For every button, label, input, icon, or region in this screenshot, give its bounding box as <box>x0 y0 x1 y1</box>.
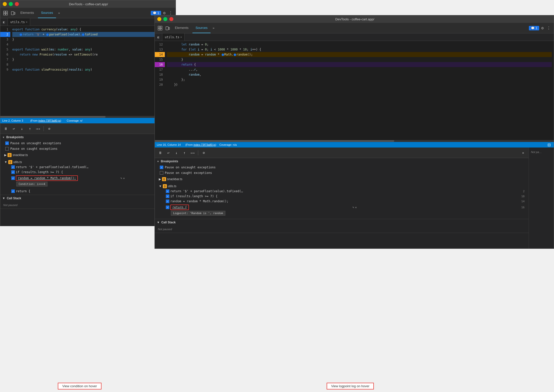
pause-caught-checkbox[interactable] <box>5 147 9 151</box>
logpoint-tooltip: Logpoint: 'Random is ', random <box>171 211 225 216</box>
right-horizontal-scrollbar[interactable] <box>155 140 554 142</box>
pause-uncaught-checkbox[interactable] <box>5 141 9 145</box>
utils-filename: utils.ts <box>13 160 22 164</box>
bp-3-condition-box: random = random * Math.random(); Conditi… <box>16 175 78 181</box>
right-inspect-icon[interactable] <box>157 25 163 31</box>
inspect-icon[interactable] <box>2 10 9 16</box>
right-close-button[interactable] <box>169 17 173 21</box>
bp-3-checkbox[interactable] <box>11 176 15 180</box>
bp-2-checkbox[interactable] <box>11 170 15 174</box>
bp-1-checkbox[interactable] <box>11 165 15 169</box>
right-bp-3-checkbox[interactable] <box>166 200 169 203</box>
bp-item-2: if (results.length >= 7) { 10 <box>4 170 174 175</box>
sidebar-toggle-icon[interactable]: ◧ <box>0 18 8 26</box>
left-code-editor: 1 2 3 4 5 6 7 8 9 export function curren… <box>0 26 176 118</box>
close-tab-icon[interactable]: ✕ <box>26 20 28 24</box>
right-settings-icon[interactable]: ⚙ <box>540 25 545 31</box>
call-stack-section: ▼ Call Stack Not paused <box>0 195 176 209</box>
step-over-button[interactable]: ↩ <box>10 125 17 132</box>
more-tabs-icon[interactable]: » <box>57 11 61 15</box>
right-pause-resume-button[interactable]: ⏸ <box>157 149 164 156</box>
right-device-icon[interactable] <box>164 25 171 31</box>
step-continue-button[interactable]: →→ <box>34 125 41 132</box>
right-call-stack-header[interactable]: ▼ Call Stack <box>155 219 529 226</box>
right-left-column: ⏸ ↩ ↓ ↑ →→ ⊘ » ▼ Breakpoints <box>155 148 529 249</box>
right-minimize-button[interactable] <box>157 17 161 21</box>
svg-rect-7 <box>158 28 160 30</box>
edit-bp-icon[interactable]: ✎ <box>120 177 122 180</box>
right-source-map-link[interactable]: index-73f73a80.js <box>193 143 215 146</box>
bp-4-checkbox[interactable] <box>11 189 15 193</box>
call-stack-header[interactable]: ▼ Call Stack <box>0 195 176 202</box>
right-pause-uncaught-checkbox[interactable] <box>160 166 163 169</box>
pause-resume-button[interactable]: ⏸ <box>2 125 9 132</box>
right-sidebar-panel[interactable]: ▼ Breakpoints Pause on uncaught exceptio… <box>155 158 529 249</box>
right-bp-2-checkbox[interactable] <box>166 194 169 198</box>
right-utils-group-header[interactable]: ▼ {} utils.ts <box>159 184 527 189</box>
breakpoints-label: Breakpoints <box>6 135 24 139</box>
right-pause-caught-item: Pause on caught exceptions <box>155 170 529 176</box>
right-tab-sources[interactable]: Sources <box>192 23 211 33</box>
right-call-stack-section: ▼ Call Stack Not paused <box>155 219 529 233</box>
right-step-over-button[interactable]: ↩ <box>165 149 172 156</box>
minimize-button[interactable] <box>3 2 7 6</box>
right-code-line-14: random = random * Math.random(); <box>167 52 552 57</box>
right-delete-bp-icon[interactable]: ✕ <box>355 206 357 209</box>
right-pause-caught-checkbox[interactable] <box>160 171 163 175</box>
right-file-tab-utils[interactable]: utils.ts ✕ <box>162 33 185 41</box>
right-not-paused-text: Not paused <box>155 226 529 233</box>
left-code-content[interactable]: export function currency(value: any) { r… <box>10 26 176 116</box>
left-horizontal-scrollbar[interactable] <box>0 116 176 118</box>
snackbar-group: ▶ {} snackbar.ts <box>0 152 176 159</box>
right-bp-1-line: 2 <box>523 190 525 193</box>
right-dock-icon[interactable]: ⊟ <box>546 142 552 148</box>
step-into-button[interactable]: ↓ <box>18 125 25 132</box>
right-chat-badge-button[interactable]: 💬 1 <box>529 26 539 30</box>
right-menu-icon[interactable]: ⋮ <box>546 25 552 31</box>
right-step-out-button[interactable]: ↑ <box>181 149 188 156</box>
right-close-tab-icon[interactable]: ✕ <box>180 35 182 39</box>
step-out-button[interactable]: ↑ <box>26 125 33 132</box>
left-sidebar-panel[interactable]: ▼ Breakpoints Pause on uncaught exceptio… <box>0 134 176 226</box>
right-sidebar-toggle-icon[interactable]: ◧ <box>155 33 162 41</box>
code-line-8 <box>12 62 174 67</box>
right-window-controls <box>157 17 173 21</box>
right-snackbar-group-header[interactable]: ▶ {} snackbar.ts <box>159 177 527 182</box>
chat-badge-button[interactable]: 💬 1 <box>151 11 161 15</box>
right-more-options-button[interactable]: » <box>520 149 527 156</box>
right-line-numbers: 12 13 14 15 16 17 18 19 20 <box>155 41 165 140</box>
deactivate-breakpoints-button[interactable]: ⊘ <box>46 125 53 132</box>
right-code-content[interactable]: let random = 0; for (let i = 0; i < 1000… <box>165 41 554 140</box>
device-icon[interactable] <box>10 10 16 16</box>
right-call-stack-label: Call Stack <box>161 221 176 224</box>
file-tab-utils[interactable]: utils.ts ✕ <box>8 18 30 26</box>
svg-rect-4 <box>11 12 14 15</box>
bp-4-code: return { <box>16 189 30 193</box>
utils-group-header[interactable]: ▼ {} utils.ts <box>4 160 174 165</box>
right-breakpoints-header[interactable]: ▼ Breakpoints <box>155 158 529 165</box>
source-map-link[interactable]: index-73f73a80.js <box>38 119 60 122</box>
tab-elements[interactable]: Elements <box>17 8 37 18</box>
breakpoints-header[interactable]: ▼ Breakpoints <box>0 134 176 140</box>
right-utils-collapse-icon: ▼ <box>159 184 162 188</box>
right-more-tabs-icon[interactable]: » <box>212 26 216 30</box>
right-breakpoints-section: ▼ Breakpoints Pause on uncaught exceptio… <box>155 158 529 219</box>
tab-sources[interactable]: Sources <box>38 8 56 18</box>
right-bp-4-line: 16 <box>521 206 525 209</box>
code-line-1: export function currency(value: any) { <box>12 27 174 32</box>
left-line-numbers: 1 2 3 4 5 6 7 8 9 <box>0 26 10 116</box>
right-tab-elements[interactable]: Elements <box>172 23 191 33</box>
right-edit-bp-icon[interactable]: ✎ <box>352 206 354 209</box>
right-code-editor: 12 13 14 15 16 17 18 19 20 let random = … <box>155 41 554 142</box>
maximize-button[interactable] <box>9 2 13 6</box>
right-step-into-button[interactable]: ↓ <box>173 149 180 156</box>
right-coverage-info: Coverage: n/a <box>219 143 237 146</box>
delete-bp-icon[interactable]: ✕ <box>123 177 125 180</box>
close-button[interactable] <box>15 2 19 6</box>
right-bp-4-checkbox[interactable] <box>166 206 169 209</box>
right-step-continue-button[interactable]: →→ <box>189 149 196 156</box>
right-deactivate-bp-button[interactable]: ⊘ <box>200 149 207 156</box>
snackbar-group-header[interactable]: ▶ {} snackbar.ts <box>4 153 174 158</box>
right-bp-1-checkbox[interactable] <box>166 189 169 193</box>
right-maximize-button[interactable] <box>163 17 167 21</box>
